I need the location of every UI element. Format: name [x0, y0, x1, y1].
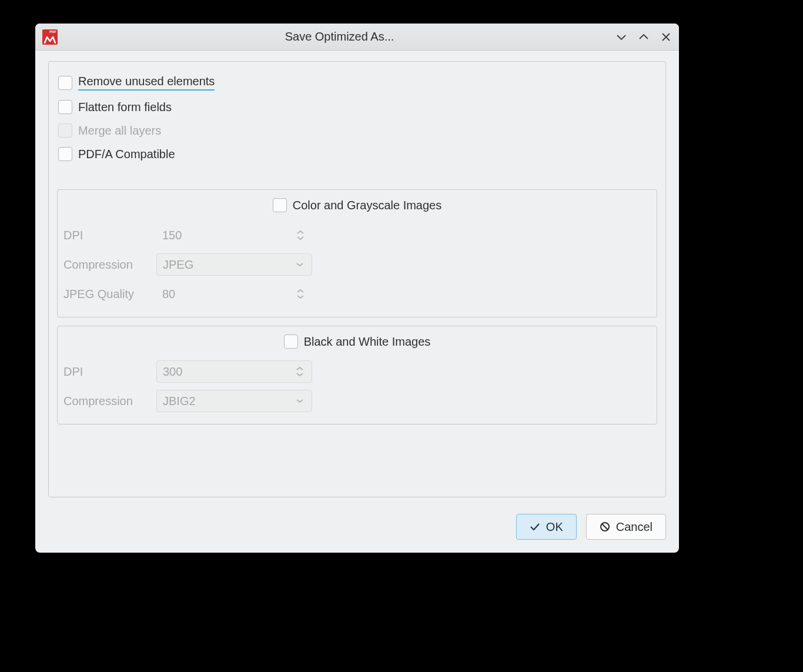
window-buttons [615, 31, 672, 43]
remove-unused-label: Remove unused elements [78, 75, 215, 91]
bw-group-header: Black and White Images [63, 332, 651, 357]
bw-dpi-spinbox: 300 [156, 360, 312, 383]
bw-compression-combo: JBIG2 [156, 390, 312, 412]
dropdown-arrow-icon [294, 399, 306, 403]
color-compression-value: JPEG [163, 258, 294, 272]
color-compression-label: Compression [63, 258, 152, 272]
cancel-icon [600, 521, 610, 532]
options-panel: Remove unused elements Flatten form fiel… [48, 61, 666, 497]
color-jpeg-quality-label: JPEG Quality [63, 287, 152, 301]
color-group-checkbox[interactable] [273, 198, 287, 212]
flatten-forms-checkbox[interactable] [58, 100, 72, 114]
ok-button-label: OK [546, 520, 563, 534]
chevron-down-icon [616, 34, 627, 41]
pdfa-checkbox[interactable] [58, 147, 72, 161]
color-group-header: Color and Grayscale Images [63, 196, 651, 220]
color-group-title: Color and Grayscale Images [293, 199, 441, 212]
bw-group-title: Black and White Images [304, 335, 431, 349]
window-title: Save Optimized As... [63, 30, 615, 44]
bw-group-checkbox[interactable] [284, 335, 298, 349]
color-jpeg-quality-row: JPEG Quality 80 [63, 279, 651, 309]
cancel-button-label: Cancel [616, 520, 653, 534]
close-button[interactable] [660, 31, 672, 43]
bw-compression-label: Compression [63, 394, 152, 408]
bw-dpi-row: DPI 300 [63, 357, 651, 386]
color-jpeg-quality-spinbox: 80 [156, 283, 312, 305]
ok-button[interactable]: OK [516, 514, 577, 540]
cancel-button[interactable]: Cancel [586, 514, 666, 540]
dialog-footer: OK Cancel [35, 503, 679, 553]
spinbox-arrows-icon [295, 230, 306, 240]
color-dpi-row: DPI 150 [63, 220, 651, 250]
option-remove-unused: Remove unused elements [57, 70, 657, 95]
app-icon [42, 29, 58, 45]
dropdown-arrow-icon [294, 262, 306, 267]
minimize-button[interactable] [615, 31, 627, 43]
option-pdfa: PDF/A Compatible [57, 142, 657, 166]
bw-images-group: Black and White Images DPI 300 Compressi… [57, 326, 657, 424]
bw-compression-row: Compression JBIG2 [63, 386, 651, 416]
bw-compression-value: JBIG2 [163, 394, 294, 408]
color-compression-combo: JPEG [156, 253, 312, 276]
dialog-window: Save Optimized As... Remove unused eleme… [35, 24, 679, 553]
maximize-button[interactable] [638, 31, 650, 43]
bw-dpi-value: 300 [163, 365, 294, 379]
color-jpeg-quality-value: 80 [162, 287, 295, 301]
option-merge-layers: Merge all layers [57, 119, 657, 142]
dialog-body: Remove unused elements Flatten form fiel… [35, 51, 679, 503]
merge-layers-checkbox [58, 123, 72, 138]
option-flatten-forms: Flatten form fields [57, 95, 657, 119]
merge-layers-label: Merge all layers [78, 124, 161, 138]
color-compression-row: Compression JPEG [63, 250, 651, 279]
spinbox-arrows-icon [294, 366, 306, 377]
flatten-forms-label: Flatten form fields [78, 101, 172, 114]
titlebar: Save Optimized As... [35, 24, 679, 51]
color-dpi-spinbox: 150 [156, 224, 312, 246]
chevron-up-icon [638, 34, 649, 41]
check-icon [530, 523, 540, 531]
color-images-group: Color and Grayscale Images DPI 150 Compr… [57, 189, 657, 317]
remove-unused-checkbox[interactable] [58, 76, 72, 90]
bw-dpi-label: DPI [63, 365, 152, 379]
close-icon [661, 32, 671, 42]
color-dpi-label: DPI [63, 229, 152, 242]
spinbox-arrows-icon [295, 289, 306, 299]
pdfa-label: PDF/A Compatible [78, 148, 175, 161]
color-dpi-value: 150 [162, 229, 295, 242]
